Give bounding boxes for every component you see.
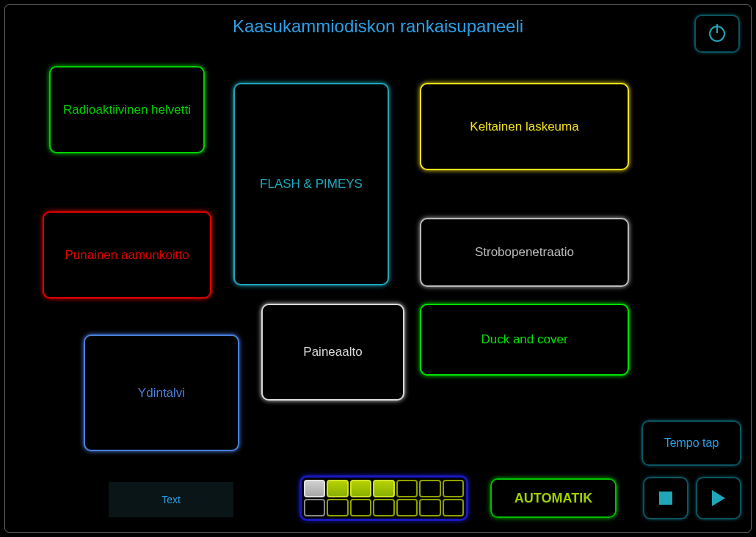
button-radioaktiivinen[interactable]: Radioaktiivinen helvetti (49, 66, 205, 153)
button-label: Duck and cover (481, 332, 567, 347)
button-label: Ydintalvi (138, 386, 185, 401)
cue-cell[interactable] (327, 499, 348, 516)
power-button[interactable] (694, 15, 740, 53)
automatik-button[interactable]: AUTOMATIK (490, 478, 617, 518)
transport-controls (643, 477, 741, 519)
automatik-label: AUTOMATIK (515, 491, 592, 506)
button-strobo[interactable]: Strobopenetraatio (420, 218, 629, 287)
cue-cell[interactable] (419, 499, 440, 516)
cue-cell[interactable] (373, 499, 394, 516)
cue-cell[interactable] (443, 499, 464, 516)
power-icon (709, 26, 725, 42)
button-flash-pimeys[interactable]: FLASH & PIMEYS (233, 83, 389, 285)
button-paineaalto[interactable]: Paineaalto (261, 304, 404, 401)
cue-cell[interactable] (304, 499, 325, 516)
cue-cell[interactable] (419, 480, 440, 497)
play-button[interactable] (696, 477, 741, 519)
button-label: Keltainen laskeuma (470, 120, 578, 134)
tempo-tap-button[interactable]: Tempo tap (641, 420, 741, 466)
text-button[interactable]: Text (109, 482, 233, 517)
play-icon (712, 490, 725, 506)
cue-grid[interactable] (299, 475, 468, 521)
button-label: Paineaalto (303, 345, 362, 359)
tempo-tap-label: Tempo tap (664, 436, 719, 450)
button-label: Punainen aamunkoitto (65, 248, 189, 263)
cue-cell[interactable] (396, 499, 418, 516)
page-title: Kaasukammiodiskon rankaisupaneeli (233, 16, 523, 37)
button-duck-and-cover[interactable]: Duck and cover (420, 304, 629, 376)
stop-icon (659, 492, 672, 505)
button-punainen[interactable]: Punainen aamunkoitto (43, 211, 211, 299)
button-label: Radioaktiivinen helvetti (63, 103, 191, 117)
button-keltainen[interactable]: Keltainen laskeuma (420, 83, 629, 170)
cue-cell[interactable] (443, 480, 464, 497)
text-button-label: Text (161, 494, 181, 505)
button-label: Strobopenetraatio (475, 245, 574, 260)
cue-cell[interactable] (373, 480, 394, 497)
button-ydintalvi[interactable]: Ydintalvi (84, 335, 239, 451)
cue-cell[interactable] (327, 480, 348, 497)
cue-cell[interactable] (350, 499, 371, 516)
stop-button[interactable] (643, 477, 688, 519)
button-label: FLASH & PIMEYS (260, 177, 363, 191)
cue-cell[interactable] (396, 480, 418, 497)
cue-cell[interactable] (350, 480, 371, 497)
cue-cell[interactable] (304, 480, 325, 497)
